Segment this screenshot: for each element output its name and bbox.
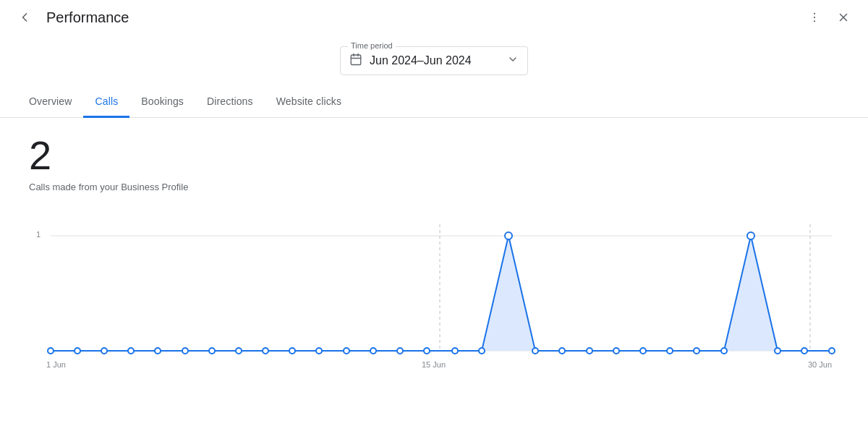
metric-number: 2 [29, 135, 839, 176]
chart-container: 1 [29, 210, 839, 383]
svg-point-0 [814, 13, 815, 14]
tab-overview[interactable]: Overview [17, 87, 83, 118]
datapoint-1 [75, 348, 80, 354]
tab-directions[interactable]: Directions [195, 87, 265, 118]
tab-website-clicks[interactable]: Website clicks [265, 87, 353, 118]
datapoint-12 [370, 348, 376, 354]
svg-text:1: 1 [36, 230, 41, 239]
svg-rect-5 [351, 55, 361, 65]
datapoint-29 [829, 348, 835, 354]
datapoint-5 [182, 348, 188, 354]
x-label-30jun: 30 Jun [808, 360, 832, 369]
page-title: Performance [46, 9, 129, 26]
tabs-container: Overview Calls Bookings Directions Websi… [0, 87, 868, 118]
datapoint-15 [452, 348, 458, 354]
datapoint-18 [532, 348, 538, 354]
calls-chart: 1 [29, 210, 839, 383]
tab-bookings[interactable]: Bookings [129, 87, 195, 118]
datapoint-22 [640, 348, 646, 354]
datapoint-24 [694, 348, 699, 354]
datapoint-20 [587, 348, 592, 354]
datapoint-0 [48, 348, 54, 354]
datapoint-11 [344, 348, 349, 354]
spike1-fill [482, 236, 535, 351]
svg-point-1 [814, 17, 815, 18]
datapoint-21 [613, 348, 619, 354]
datapoint-13 [397, 348, 403, 354]
datapoint-23 [667, 348, 673, 354]
datapoint-8 [263, 348, 268, 354]
dropdown-arrow-icon [507, 54, 519, 68]
datapoint-27 [775, 348, 780, 354]
datapoint-7 [236, 348, 242, 354]
back-button[interactable] [12, 4, 38, 30]
metric-label: Calls made from your Business Profile [29, 182, 839, 192]
calendar-icon [349, 53, 362, 69]
header-left: Performance [12, 4, 129, 30]
datapoint-4 [155, 348, 161, 354]
datapoint-spike1 [505, 232, 512, 239]
x-label-15jun: 15 Jun [422, 360, 446, 369]
time-period-label: Time period [348, 41, 396, 50]
tab-calls[interactable]: Calls [83, 87, 129, 118]
datapoint-10 [316, 348, 322, 354]
datapoint-14 [424, 348, 430, 354]
datapoint-6 [209, 348, 215, 354]
datapoint-16 [479, 348, 485, 354]
datapoint-9 [289, 348, 295, 354]
datapoint-3 [128, 348, 134, 354]
svg-point-2 [814, 20, 815, 22]
datapoint-spike2 [747, 232, 754, 239]
time-period-container: Time period Jun 2024–Jun 2024 [0, 35, 868, 81]
x-label-1jun: 1 Jun [46, 360, 66, 369]
datapoint-25 [721, 348, 727, 354]
datapoint-28 [801, 348, 807, 354]
datapoint-19 [559, 348, 565, 354]
datapoint-2 [101, 348, 107, 354]
header: Performance [0, 0, 868, 35]
time-period-value: Jun 2024–Jun 2024 [370, 54, 498, 67]
close-button[interactable] [830, 4, 856, 30]
main-content: 2 Calls made from your Business Profile … [0, 118, 868, 401]
header-right [801, 4, 856, 30]
spike2-fill [724, 236, 778, 351]
time-period-selector[interactable]: Time period Jun 2024–Jun 2024 [340, 46, 528, 75]
more-options-button[interactable] [801, 4, 827, 30]
chart-line [51, 236, 832, 351]
